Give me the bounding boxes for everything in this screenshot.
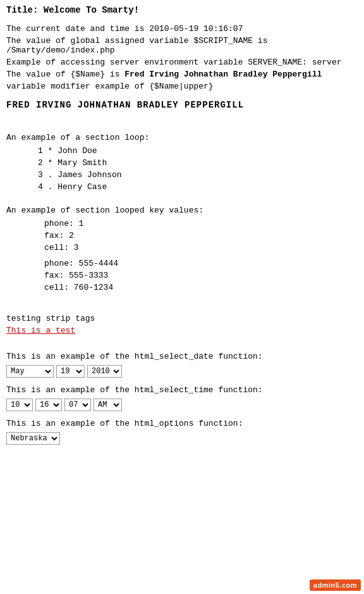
watermark: admin5.com <box>310 579 361 591</box>
year-select[interactable]: 20082009201020112012 <box>87 365 122 378</box>
strip-label: testing strip tags <box>6 314 358 323</box>
sec-select[interactable]: 0001020304050607080910111213141516171819… <box>64 399 91 411</box>
section-key-label: An example of section looped key values: <box>6 206 358 215</box>
key-values-list: phone: 1fax: 2cell: 3phone: 555-4444fax:… <box>6 219 358 292</box>
name-pre: The value of {$Name} is <box>6 70 124 79</box>
list-item: phone: 1 <box>44 219 358 228</box>
server-line: Example of accessing server environment … <box>6 58 358 67</box>
html-options-label: This is an example of the html_options f… <box>6 419 358 428</box>
modifier-line: variable modifier example of {$Name|uppe… <box>6 82 358 91</box>
date-select-row: JanuaryFebruaryMarchAprilMayJuneJulyAugu… <box>6 365 358 378</box>
upper-name: FRED IRVING JOHNATHAN BRADLEY PEPPERGILL <box>6 100 358 110</box>
html-date-label: This is an example of the html_select_da… <box>6 352 358 361</box>
hour-select[interactable]: 123456789101112 <box>6 399 33 411</box>
state-select-row: AlabamaAlaskaArizonaArkansasCaliforniaCo… <box>6 432 358 445</box>
script-line: The value of global assigned variable $S… <box>6 36 358 55</box>
html-time-label: This is an example of the html_select_ti… <box>6 385 358 395</box>
ampm-select[interactable]: AMPM <box>94 399 122 411</box>
list-item: cell: 760-1234 <box>44 283 358 292</box>
min-select[interactable]: 0001020304050607080910111213141516171819… <box>35 399 62 411</box>
section-loop-list: 1 * John Doe2 * Mary Smith3 . James John… <box>6 146 358 192</box>
list-item: cell: 3 <box>44 243 358 252</box>
month-select[interactable]: JanuaryFebruaryMarchAprilMayJuneJulyAugu… <box>6 365 54 378</box>
day-select[interactable]: 1234567891011121314151617181920212223242… <box>56 365 85 378</box>
section-loop-label: An example of a section loop: <box>6 133 358 142</box>
time-select-row: 123456789101112 000102030405060708091011… <box>6 399 358 411</box>
state-select[interactable]: AlabamaAlaskaArizonaArkansasCaliforniaCo… <box>6 432 60 445</box>
list-item: fax: 2 <box>44 231 358 240</box>
list-item: phone: 555-4444 <box>44 259 358 268</box>
list-item: 3 . James Johnson <box>38 170 358 180</box>
list-item: fax: 555-3333 <box>44 271 358 280</box>
list-item: 2 * Mary Smith <box>38 158 358 168</box>
list-item: 4 . Henry Case <box>38 182 358 192</box>
name-value: Fred Irving Johnathan Bradley Peppergill <box>124 70 322 79</box>
strip-link[interactable]: This is a test <box>6 326 358 335</box>
datetime-line: The current date and time is 2010-05-19 … <box>6 24 358 34</box>
title: Title: Welcome To Smarty! <box>6 5 358 15</box>
list-item: 1 * John Doe <box>38 146 358 156</box>
name-line: The value of {$Name} is Fred Irving John… <box>6 70 358 79</box>
